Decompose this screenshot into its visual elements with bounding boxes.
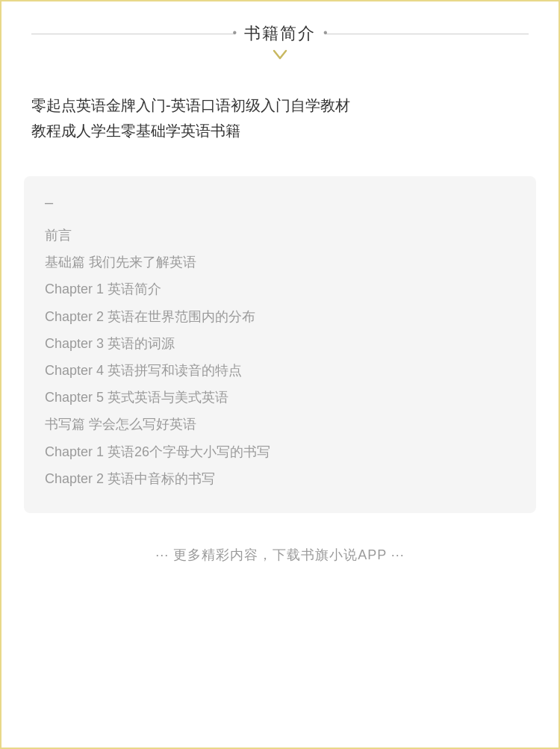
description-line2: 教程成人学生零基础学英语书籍 [31,118,529,143]
toc-item: 书写篇 学会怎么写好英语 [45,411,515,438]
toc-item: Chapter 1 英语26个字母大小写的书写 [45,438,515,465]
chevron-down-icon [273,49,287,60]
title-line-right [325,34,529,34]
footer-text: ··· 更多精彩内容，下载书旗小说APP ··· [155,547,405,562]
toc-item: Chapter 1 英语简介 [45,276,515,302]
book-description: 零起点英语金牌入门-英语口语初级入门自学教材 教程成人学生零基础学英语书籍 [1,75,559,158]
footer-section: ··· 更多精彩内容，下载书旗小说APP ··· [1,531,559,582]
toc-item: 基础篇 我们先来了解英语 [45,249,515,276]
toc-item: Chapter 5 英式英语与美式英语 [45,384,515,411]
toc-item: Chapter 3 英语的词源 [45,330,515,357]
header-section: 书籍简介 [1,1,559,75]
page-wrapper: 书籍简介 零起点英语金牌入门-英语口语初级入门自学教材 教程成人学生零基础学英语… [0,0,560,749]
toc-item: Chapter 2 英语在世界范围内的分布 [45,303,515,330]
section-title: 书籍简介 [244,22,316,45]
toc-item: Chapter 2 英语中音标的书写 [45,465,515,492]
toc-card: – 前言基础篇 我们先来了解英语Chapter 1 英语简介Chapter 2 … [24,176,536,513]
description-line1: 零起点英语金牌入门-英语口语初级入门自学教材 [31,93,529,118]
title-row: 书籍简介 [31,22,529,45]
title-line-left [31,34,235,34]
toc-item: 前言 [45,222,515,249]
toc-item: Chapter 4 英语拼写和读音的特点 [45,357,515,384]
toc-list: 前言基础篇 我们先来了解英语Chapter 1 英语简介Chapter 2 英语… [45,222,515,492]
toc-dash: – [45,194,515,211]
